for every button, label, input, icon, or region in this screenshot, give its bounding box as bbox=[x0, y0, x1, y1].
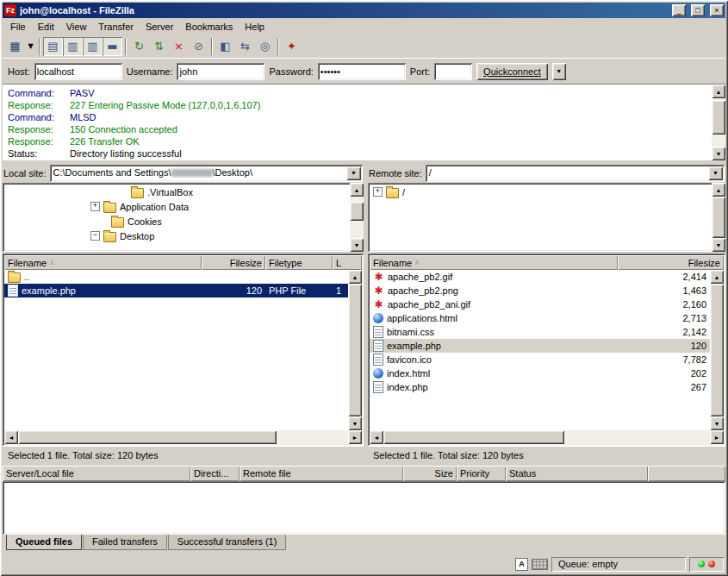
scroll-down-icon[interactable]: ▼ bbox=[348, 416, 362, 430]
scroll-left-icon[interactable]: ◄ bbox=[4, 430, 18, 444]
menu-view[interactable]: View bbox=[60, 20, 93, 34]
menu-edit[interactable]: Edit bbox=[32, 20, 60, 34]
keys-button[interactable]: ✦ bbox=[282, 37, 302, 56]
remote-tree-vertical-scrollbar[interactable]: ▲ ▼ bbox=[712, 183, 725, 252]
tree-item[interactable]: + Application Data bbox=[3, 199, 350, 214]
local-tree-vertical-scrollbar[interactable]: ▲ ▼ bbox=[350, 183, 364, 252]
tree-expand-icon[interactable]: + bbox=[90, 202, 100, 211]
table-row[interactable]: ✱apache_pb2.png 1,463 bbox=[370, 284, 710, 297]
tree-item[interactable]: .VirtualBox bbox=[3, 185, 350, 199]
scroll-thumb[interactable] bbox=[350, 202, 364, 221]
scroll-thumb[interactable] bbox=[18, 430, 277, 444]
column-header-remote-file[interactable]: Remote file bbox=[240, 466, 403, 481]
remote-list-vertical-scrollbar[interactable]: ▲ ▼ bbox=[710, 270, 724, 430]
tree-item[interactable]: − Desktop bbox=[3, 229, 350, 243]
directory-comparison-button[interactable]: ◧ bbox=[215, 37, 235, 56]
disconnect-button[interactable]: ⊘ bbox=[189, 37, 208, 56]
port-input[interactable] bbox=[434, 63, 472, 80]
scroll-right-icon[interactable]: ► bbox=[710, 430, 724, 444]
tab-failed-transfers[interactable]: Failed transfers bbox=[83, 535, 167, 550]
ascii-transfer-type-icon[interactable]: A bbox=[515, 558, 528, 571]
scroll-up-icon[interactable]: ▲ bbox=[712, 183, 725, 197]
scroll-thumb[interactable] bbox=[348, 284, 362, 416]
tree-collapse-icon[interactable]: − bbox=[90, 231, 100, 241]
site-manager-dropdown-button[interactable]: ▼ bbox=[25, 37, 36, 56]
table-row[interactable]: applications.html 2,713 bbox=[370, 311, 710, 325]
quickconnect-dropdown-button[interactable]: ▼ bbox=[552, 63, 566, 80]
column-header-filesize[interactable]: Filesize bbox=[202, 255, 265, 270]
scroll-up-icon[interactable]: ▲ bbox=[350, 183, 364, 197]
column-header-priority[interactable]: Priority bbox=[457, 466, 506, 481]
table-row-parent-dir[interactable]: .. bbox=[4, 270, 348, 284]
toggle-queue-button[interactable]: ▬ bbox=[103, 37, 122, 56]
column-header-filesize[interactable]: Filesize bbox=[618, 255, 724, 270]
username-input[interactable] bbox=[177, 63, 264, 80]
scroll-down-icon[interactable]: ▼ bbox=[712, 238, 725, 252]
menu-help[interactable]: Help bbox=[239, 20, 271, 34]
table-row[interactable]: ✱apache_pb2.gif 2,414 bbox=[370, 270, 710, 284]
maximize-button[interactable]: □ bbox=[691, 4, 705, 16]
table-row[interactable]: index.html 202 bbox=[370, 366, 710, 380]
menu-file[interactable]: File bbox=[4, 20, 32, 34]
log-vertical-scrollbar[interactable]: ▲ ▼ bbox=[712, 85, 725, 160]
keyboard-icon[interactable] bbox=[532, 559, 548, 570]
minimize-button[interactable]: _ bbox=[672, 4, 686, 16]
site-manager-button[interactable]: ▦ bbox=[5, 37, 25, 56]
table-row[interactable]: index.php 267 bbox=[370, 380, 710, 394]
remote-site-combo[interactable]: / ▼ bbox=[426, 165, 725, 182]
scroll-thumb[interactable] bbox=[383, 430, 564, 444]
scroll-thumb[interactable] bbox=[712, 197, 725, 238]
table-row-example-php[interactable]: example.php 120 PHP File 1 bbox=[4, 284, 348, 297]
scroll-up-icon[interactable]: ▲ bbox=[712, 85, 725, 98]
column-header-filetype[interactable]: Filetype bbox=[265, 255, 333, 270]
scroll-thumb[interactable] bbox=[710, 284, 724, 416]
column-header-filename[interactable]: Filename∧ bbox=[370, 255, 618, 270]
local-site-combo[interactable]: C:\Documents and Settings\\Desktop\ ▼ bbox=[50, 165, 363, 182]
column-header-truncated[interactable]: L bbox=[333, 255, 362, 270]
remote-site-dropdown-button[interactable]: ▼ bbox=[708, 166, 723, 180]
local-site-dropdown-button[interactable]: ▼ bbox=[346, 166, 361, 180]
scroll-down-icon[interactable]: ▼ bbox=[710, 416, 724, 430]
scroll-down-icon[interactable]: ▼ bbox=[350, 238, 364, 252]
column-header-filename[interactable]: Filename∧ bbox=[4, 255, 202, 270]
tree-item-root[interactable]: + / bbox=[368, 185, 712, 199]
scroll-left-icon[interactable]: ◄ bbox=[370, 430, 383, 444]
column-header-server-local-file[interactable]: Server/Local file bbox=[3, 466, 190, 481]
scroll-up-icon[interactable]: ▲ bbox=[348, 270, 362, 284]
table-row-example-php[interactable]: example.php 120 bbox=[370, 339, 710, 353]
remote-list-horizontal-scrollbar[interactable]: ◄ ► bbox=[370, 430, 724, 444]
table-row[interactable]: bitnami.css 2,142 bbox=[370, 325, 710, 339]
cancel-button[interactable]: × bbox=[169, 37, 189, 56]
quickconnect-button[interactable]: Quickconnect bbox=[476, 63, 548, 80]
local-list-horizontal-scrollbar[interactable]: ◄ ► bbox=[4, 430, 362, 444]
password-input[interactable] bbox=[318, 63, 406, 80]
host-input[interactable] bbox=[34, 63, 122, 80]
tab-queued-files[interactable]: Queued files bbox=[6, 535, 82, 550]
table-row[interactable]: favicon.ico 7,782 bbox=[370, 353, 710, 366]
toggle-local-tree-button[interactable]: ▥ bbox=[63, 37, 83, 56]
column-header-status[interactable]: Status bbox=[506, 466, 648, 481]
close-button[interactable]: × bbox=[710, 4, 724, 16]
scroll-up-icon[interactable]: ▲ bbox=[710, 270, 724, 284]
title-bar[interactable]: Fz john@localhost - FileZilla _ □ × bbox=[3, 3, 725, 18]
table-row[interactable]: ✱apache_pb2_ani.gif 2,160 bbox=[370, 297, 710, 311]
scroll-thumb[interactable] bbox=[712, 100, 725, 135]
find-files-button[interactable]: ◎ bbox=[255, 37, 275, 56]
process-queue-button[interactable]: ⇅ bbox=[149, 37, 169, 56]
toggle-message-log-button[interactable]: ▤ bbox=[43, 37, 63, 56]
scroll-down-icon[interactable]: ▼ bbox=[712, 147, 725, 160]
local-list-vertical-scrollbar[interactable]: ▲ ▼ bbox=[348, 270, 362, 430]
tree-item[interactable]: Cookies bbox=[3, 214, 350, 229]
menu-bookmarks[interactable]: Bookmarks bbox=[179, 20, 239, 34]
refresh-button[interactable]: ↻ bbox=[129, 37, 149, 56]
column-header-direction[interactable]: Directi... bbox=[190, 466, 240, 481]
tab-successful-transfers[interactable]: Successful transfers (1) bbox=[168, 535, 287, 550]
synchronized-browsing-button[interactable]: ⇆ bbox=[235, 37, 255, 56]
tree-expand-icon[interactable]: + bbox=[373, 187, 383, 197]
toggle-remote-tree-button[interactable]: ▥ bbox=[83, 37, 103, 56]
column-header-size[interactable]: Size bbox=[403, 466, 457, 481]
scroll-right-icon[interactable]: ► bbox=[348, 430, 362, 444]
menu-transfer[interactable]: Transfer bbox=[92, 20, 140, 34]
menu-server[interactable]: Server bbox=[140, 20, 179, 34]
queue-body[interactable] bbox=[3, 481, 725, 535]
